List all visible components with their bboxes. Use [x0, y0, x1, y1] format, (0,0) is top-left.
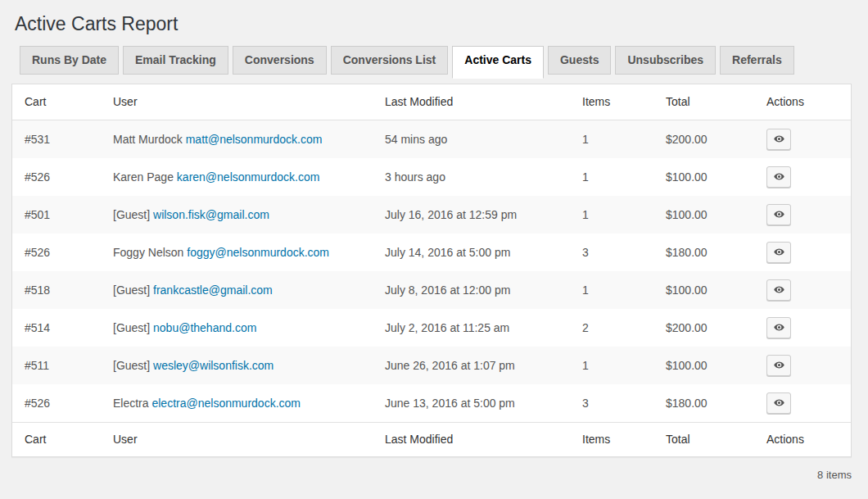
items-cell: 1	[582, 359, 666, 372]
items-cell: 2	[582, 321, 666, 334]
user-name: Matt Murdock	[113, 133, 183, 146]
column-header-last-modified: Last Modified	[385, 95, 582, 108]
total-cell: $180.00	[666, 246, 766, 259]
email-link[interactable]: wesley@wilsonfisk.com	[153, 359, 274, 372]
actions-cell	[766, 166, 839, 188]
view-cart-button[interactable]	[766, 204, 791, 225]
tab[interactable]: Guests	[548, 46, 611, 75]
footer-header-last-modified: Last Modified	[385, 433, 582, 446]
table-row: #511 [Guest] wesley@wilsonfisk.com June …	[12, 347, 851, 384]
last-modified-cell: July 2, 2016 at 11:25 am	[385, 321, 582, 334]
user-cell: [Guest] wesley@wilsonfisk.com	[113, 359, 385, 372]
email-link[interactable]: matt@nelsonmurdock.com	[186, 133, 323, 146]
tab[interactable]: Conversions List	[331, 46, 449, 75]
cart-cell: #514	[25, 321, 113, 334]
footer-header-total: Total	[666, 433, 766, 446]
items-cell: 3	[582, 397, 666, 410]
total-cell: $200.00	[666, 133, 766, 146]
view-cart-button[interactable]	[766, 392, 791, 414]
tab[interactable]: Conversions	[233, 46, 327, 75]
user-cell: Karen Page karen@nelsonmurdock.com	[113, 170, 385, 184]
column-header-actions: Actions	[766, 95, 839, 108]
user-cell: Matt Murdock matt@nelsonmurdock.com	[113, 133, 385, 146]
table-footer-row: Cart User Last Modified Items Total Acti…	[12, 422, 851, 456]
actions-cell	[766, 129, 839, 150]
total-cell: $100.00	[666, 170, 766, 184]
actions-cell	[766, 279, 839, 301]
total-cell: $100.00	[666, 208, 766, 221]
table-row: #501 [Guest] wilson.fisk@gmail.com July …	[12, 196, 851, 234]
eye-icon	[773, 246, 785, 258]
table-row: #518 [Guest] frankcastle@gmail.com July …	[12, 271, 851, 309]
table-row: #526 Electra electra@nelsonmurdock.com J…	[12, 384, 851, 422]
footer-header-user: User	[113, 433, 385, 446]
email-link[interactable]: foggy@nelsonmurdock.com	[187, 246, 329, 259]
user-name: [Guest]	[113, 284, 150, 297]
column-header-user: User	[113, 95, 385, 108]
cart-cell: #531	[25, 133, 113, 146]
user-cell: [Guest] nobu@thehand.com	[113, 321, 385, 334]
table-row: #526 Foggy Nelson foggy@nelsonmurdock.co…	[12, 234, 851, 271]
tab[interactable]: Email Tracking	[123, 46, 228, 75]
column-header-items: Items	[582, 95, 666, 108]
view-cart-button[interactable]	[766, 166, 791, 188]
email-link[interactable]: wilson.fisk@gmail.com	[153, 208, 269, 221]
cart-cell: #501	[25, 208, 113, 221]
footer-header-items: Items	[582, 433, 666, 446]
column-header-cart: Cart	[25, 95, 113, 108]
view-cart-button[interactable]	[766, 242, 791, 263]
view-cart-button[interactable]	[766, 355, 791, 376]
table-row: #531 Matt Murdock matt@nelsonmurdock.com…	[12, 120, 851, 158]
last-modified-cell: July 8, 2016 at 12:00 pm	[385, 284, 582, 297]
view-cart-button[interactable]	[766, 129, 791, 150]
items-cell: 3	[582, 246, 666, 259]
user-name: [Guest]	[113, 208, 150, 221]
eye-icon	[773, 397, 785, 409]
eye-icon	[773, 170, 785, 183]
last-modified-cell: 54 mins ago	[385, 133, 582, 146]
eye-icon	[773, 133, 785, 145]
actions-cell	[766, 242, 839, 263]
email-link[interactable]: frankcastle@gmail.com	[153, 284, 273, 297]
total-cell: $100.00	[666, 284, 766, 297]
tab[interactable]: Runs By Date	[20, 46, 119, 75]
total-cell: $100.00	[666, 359, 766, 372]
eye-icon	[773, 321, 785, 333]
last-modified-cell: July 16, 2016 at 12:59 pm	[385, 208, 582, 221]
email-link[interactable]: nobu@thehand.com	[153, 321, 256, 334]
user-cell: Electra electra@nelsonmurdock.com	[113, 397, 385, 410]
items-cell: 1	[582, 170, 666, 184]
email-link[interactable]: karen@nelsonmurdock.com	[177, 170, 320, 184]
last-modified-cell: June 13, 2016 at 5:00 pm	[385, 397, 582, 410]
items-cell: 1	[582, 284, 666, 297]
page-title: Active Carts Report	[15, 0, 868, 46]
user-cell: Foggy Nelson foggy@nelsonmurdock.com	[113, 246, 385, 259]
table-row: #526 Karen Page karen@nelsonmurdock.com …	[12, 158, 851, 196]
footer-header-cart: Cart	[25, 433, 113, 446]
tab[interactable]: Referrals	[720, 46, 794, 75]
tab[interactable]: Active Carts	[452, 46, 544, 79]
user-cell: [Guest] frankcastle@gmail.com	[113, 284, 385, 297]
actions-cell	[766, 204, 839, 225]
items-count: 8 items	[0, 469, 852, 481]
cart-cell: #511	[25, 359, 113, 372]
user-name: Electra	[113, 397, 149, 410]
tab[interactable]: Unsubscribes	[615, 46, 716, 75]
user-name: [Guest]	[113, 359, 150, 372]
column-header-total: Total	[666, 95, 766, 108]
eye-icon	[773, 208, 785, 220]
cart-cell: #518	[25, 284, 113, 297]
eye-icon	[773, 359, 785, 371]
email-link[interactable]: electra@nelsonmurdock.com	[151, 397, 301, 410]
user-name: Karen Page	[113, 170, 174, 184]
cart-cell: #526	[25, 170, 113, 184]
items-cell: 1	[582, 133, 666, 146]
user-cell: [Guest] wilson.fisk@gmail.com	[113, 208, 385, 221]
user-name: [Guest]	[113, 321, 150, 334]
actions-cell	[766, 355, 839, 376]
view-cart-button[interactable]	[766, 279, 791, 301]
actions-cell	[766, 317, 839, 338]
items-cell: 1	[582, 208, 666, 221]
view-cart-button[interactable]	[766, 317, 791, 338]
eye-icon	[773, 284, 785, 296]
